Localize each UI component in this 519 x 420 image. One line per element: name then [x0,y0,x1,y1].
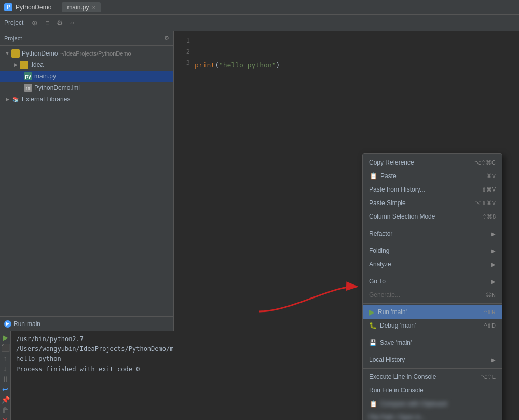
ctx-generate[interactable]: Generate... ⌘N [363,288,502,302]
keyword-print: print [195,61,215,69]
file-path-label: File Path / Open in... [369,414,426,420]
ctx-debug-main[interactable]: 🐛 Debug 'main' ^⇧D [363,319,502,332]
output-line-2: hello python [16,354,196,364]
ctx-copy-reference[interactable]: Copy Reference ⌥⇧⌘C [363,156,502,169]
tree-external-libs[interactable]: ▶ 📚 External Libraries [0,93,173,105]
generate-shortcut: ⌘N [486,292,496,299]
bottom-panel-header: ▶ Run main [0,317,173,331]
paste-history-shortcut: ⇧⌘V [482,186,496,193]
idea-label: .idea [30,61,44,69]
execute-line-label: Execute Line in Console [369,373,436,381]
ctx-paste-history[interactable]: Paste from History... ⇧⌘V [363,183,502,196]
ctx-column-selection[interactable]: Column Selection Mode ⇧⌘8 [363,210,502,223]
column-selection-label: Column Selection Mode [369,213,435,220]
tree-main-py[interactable]: py main.py [0,71,173,82]
debug-main-label: Debug 'main' [380,322,416,329]
debug-main-shortcut: ^⇧D [484,322,496,329]
paste-simple-label: Paste Simple [369,199,406,207]
ctx-paste[interactable]: 📋 Paste ⌘V [363,169,502,183]
project-label: Project [4,19,23,26]
idea-folder-icon [20,61,28,69]
tree-idea-folder[interactable]: ▶ .idea [0,59,173,71]
code-line-2 [195,47,519,59]
separator-4 [363,303,502,304]
gear-icon[interactable]: ⚙ [164,35,169,42]
toolbar: Project ⊕ ≡ ⚙ ↔ [0,15,519,31]
run-main-label: Run 'main' [378,308,407,316]
analyze-label: Analyze [369,261,391,268]
ctx-compare[interactable]: 📋 Compare with Clipboard [363,397,502,411]
scroll-down-button[interactable]: ↓ [0,364,10,373]
run-main-shortcut: ^⇧R [484,309,496,316]
toolbar-add-button[interactable]: ⊕ [30,18,40,28]
tab-label: main.py [67,4,89,11]
copy-reference-shortcut: ⌥⇧⌘C [474,159,496,166]
ctx-refactor[interactable]: Refactor ▶ [363,227,502,240]
paren-close: ) [276,61,280,69]
sidebar-title: Project [4,35,22,42]
ctx-local-history[interactable]: Local History ▶ [363,353,502,367]
ctx-execute-line[interactable]: Execute Line in Console ⌥⇧E [363,370,502,384]
save-main-icon: 💾 [369,339,377,346]
code-line-1 [195,35,519,47]
close-tab-button[interactable]: × [92,4,95,10]
code-line-3: print("hello python") [195,59,519,71]
scroll-up-button[interactable]: ↑ [0,354,10,362]
local-history-arrow: ▶ [491,357,496,363]
ctx-goto[interactable]: Go To ▶ [363,275,502,288]
refactor-arrow: ▶ [491,231,496,237]
iml-file-icon: iml [24,84,32,92]
libs-arrow: ▶ [4,97,10,102]
paste-simple-shortcut: ⌥⇧⌘V [475,200,496,207]
wrap-button[interactable]: ↩ [0,385,10,394]
bottom-panel: ▶ Run main ▶ ⬛ ↑ ↓ ⏸ ↩ 📌 🗑 ✕ /usr/bin/py… [0,316,173,420]
compare-icon: 📋 [369,400,377,408]
ctx-folding[interactable]: Folding ▶ [363,244,502,258]
goto-label: Go To [369,278,386,285]
toolbar-sync-button[interactable]: ≡ [42,18,52,28]
run-panel-name: main [27,320,40,328]
iml-label: PythonDemo.iml [34,84,80,91]
sidebar-header: Project ⚙ [0,31,173,46]
tree-root[interactable]: ▼ PythonDemo ~/IdeaProjects/PythonDemo [0,48,173,59]
separator-2 [363,242,502,242]
ctx-analyze[interactable]: Analyze ▶ [363,258,502,271]
app-title: PythonDemo [16,4,51,11]
run-panel-icon: ▶ [4,320,11,328]
folding-label: Folding [369,247,389,254]
title-bar: P PythonDemo main.py × [0,0,519,15]
console-output: /usr/bin/python2.7 /Users/wangyubin/Idea… [11,331,201,420]
line-numbers: 1 2 3 [174,31,192,73]
run-panel-title: Run [13,320,25,328]
tree-iml-file[interactable]: iml PythonDemo.iml [0,82,173,93]
bottom-toolbar: ▶ ⬛ ↑ ↓ ⏸ ↩ 📌 🗑 ✕ [0,331,11,420]
toolbar-settings-button[interactable]: ⚙ [54,18,65,28]
ctx-run-file[interactable]: Run File in Console [363,384,502,397]
close-panel-button[interactable]: ✕ [0,416,10,420]
bottom-panel-content: ▶ ⬛ ↑ ↓ ⏸ ↩ 📌 🗑 ✕ /usr/bin/python2.7 /Us… [0,331,173,420]
app-icon: P [4,3,12,11]
goto-arrow: ▶ [491,279,496,284]
mainpy-label: main.py [34,73,56,80]
root-folder-icon [11,49,20,58]
ctx-save-main[interactable]: 💾 Save 'main' [363,336,502,349]
stop-button[interactable]: ⬛ [0,344,10,352]
clear-button[interactable]: 🗑 [0,406,10,414]
toolbar-layout-button[interactable]: ↔ [67,18,77,28]
editor-tab[interactable]: main.py × [62,2,100,12]
column-selection-shortcut: ⇧⌘8 [482,213,496,220]
pause-button[interactable]: ⏸ [0,375,10,383]
ctx-run-main[interactable]: ▶ Run 'main' ^⇧R [363,305,502,319]
pin-button[interactable]: 📌 [0,396,10,404]
sidebar: Project ⚙ ▼ PythonDemo ~/IdeaProjects/Py… [0,31,174,420]
output-line-4: Process finished with exit code 0 [16,364,196,374]
separator-7 [363,368,502,369]
run-main-icon: ▶ [369,308,375,316]
ctx-paste-simple[interactable]: Paste Simple ⌥⇧⌘V [363,196,502,210]
paste-shortcut: ⌘V [486,173,496,180]
run-button[interactable]: ▶ [0,333,10,342]
ctx-file-path[interactable]: File Path / Open in... [363,411,502,420]
run-file-label: Run File in Console [369,387,424,394]
folding-arrow: ▶ [491,248,496,254]
separator-3 [363,273,502,273]
